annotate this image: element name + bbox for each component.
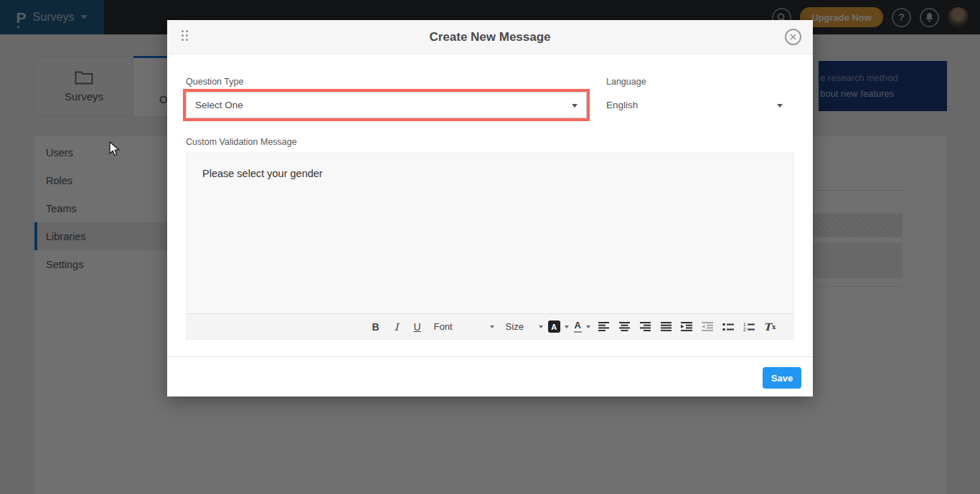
close-icon: [790, 34, 796, 40]
chevron-down-icon: [572, 104, 578, 108]
size-select[interactable]: Size: [506, 318, 543, 336]
language-value: English: [606, 100, 638, 110]
chevron-down-icon: [539, 326, 543, 328]
outdent-button[interactable]: [699, 318, 715, 336]
remove-format-button[interactable]: Tx: [762, 318, 778, 336]
question-type-value: Select One: [195, 100, 243, 110]
chevron-down-icon: [586, 326, 590, 328]
svg-text:2: 2: [743, 327, 746, 331]
close-button[interactable]: [785, 29, 801, 45]
underline-button[interactable]: U: [410, 318, 425, 336]
remove-format-icon: T: [764, 321, 771, 333]
numbered-list-icon: 12: [743, 323, 755, 331]
dialog-body: Question Type Select One Language Englis…: [167, 54, 813, 396]
language-select[interactable]: English: [606, 92, 791, 118]
chevron-down-icon: [565, 326, 569, 328]
question-type-highlight: Select One: [183, 89, 590, 121]
question-type-label: Question Type: [186, 77, 243, 87]
dialog-header: Create New Message: [167, 20, 813, 54]
font-select[interactable]: Font: [434, 318, 494, 336]
align-left-icon: [598, 322, 609, 331]
bullet-list-icon: [722, 323, 734, 331]
align-left-button[interactable]: [595, 318, 611, 336]
align-center-button[interactable]: [616, 318, 632, 336]
footer-divider: [167, 356, 813, 357]
numbered-list-button[interactable]: 12: [741, 318, 757, 336]
text-color-button[interactable]: A: [574, 318, 590, 336]
bullet-list-button[interactable]: [720, 318, 736, 336]
indent-button[interactable]: [679, 318, 694, 336]
align-right-button[interactable]: [637, 318, 653, 336]
text-color-icon: A: [574, 320, 582, 332]
dialog-title: Create New Message: [429, 30, 550, 44]
chevron-down-icon: [777, 104, 783, 108]
size-select-label: Size: [506, 321, 524, 332]
align-right-icon: [640, 322, 651, 331]
bold-button[interactable]: B: [368, 318, 384, 336]
language-label: Language: [606, 77, 646, 87]
align-center-icon: [619, 322, 630, 331]
question-type-select[interactable]: Select One: [186, 92, 587, 118]
font-select-label: Font: [434, 321, 453, 332]
rich-text-editor: Please select your gender B I U Font Siz…: [186, 153, 794, 340]
validation-message-label: Custom Validation Message: [186, 137, 297, 147]
indent-icon: [681, 322, 692, 331]
create-message-dialog: Create New Message Question Type Select …: [167, 20, 813, 396]
italic-button[interactable]: I: [389, 318, 405, 336]
drag-handle-icon[interactable]: [182, 30, 188, 41]
justify-icon: [661, 322, 672, 331]
save-button[interactable]: Save: [763, 367, 801, 389]
outdent-icon: [702, 322, 713, 331]
chevron-down-icon: [490, 326, 494, 328]
background-color-button[interactable]: A: [548, 318, 569, 336]
app-root: P Surveys Upgrade Now ? Surveys Or: [0, 0, 980, 494]
background-color-icon: A: [548, 320, 560, 333]
justify-button[interactable]: [658, 318, 674, 336]
editor-toolbar: B I U Font Size A: [187, 313, 793, 339]
message-editor[interactable]: Please select your gender: [187, 153, 793, 313]
